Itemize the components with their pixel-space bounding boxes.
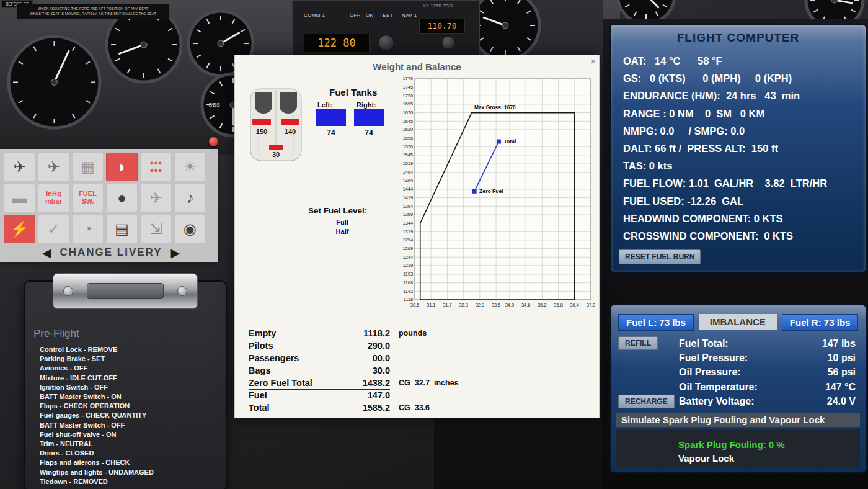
fuel-systems-panel: Fuel L: 73 lbs IMBALANCE Fuel R: 73 lbs … — [609, 304, 867, 473]
svg-text:1469: 1469 — [403, 178, 413, 184]
fuel-left-button[interactable]: Fuel L: 73 lbs — [618, 314, 694, 331]
airspeed-indicator-gauge — [6, 34, 102, 130]
wb-table-row: Empty1118.2pounds — [249, 327, 587, 339]
svg-text:1344: 1344 — [403, 220, 413, 226]
close-icon[interactable]: × — [590, 56, 596, 66]
svg-text:1168: 1168 — [403, 280, 413, 285]
svg-text:Zero Fuel: Zero Fuel — [479, 188, 503, 194]
svg-text:Max Gross: 1670: Max Gross: 1670 — [474, 104, 516, 110]
wb-table: Empty1118.2poundsPilots290.0Passengers00… — [249, 327, 587, 414]
livery-grid: ✈✈▦◗●●● ●●●☀▬InHg mbarFUEL SW.●✈♪⚡✓◔▤⇲◉ — [4, 153, 206, 243]
svg-text:30.5: 30.5 — [410, 302, 419, 308]
checklist-item: Parking Brake - SET — [40, 354, 222, 364]
cockpit-background: BEFORE ST WHEN ADJUSTING THE FORE AND AF… — [0, 0, 868, 489]
checklist-item: Flaps - CHECK OPERATION — [40, 402, 222, 411]
system-readout-row: Oil Pressure:56 psi — [679, 365, 856, 379]
spark-fouling-text[interactable]: Spark Plug Fouling: 0 % — [678, 439, 860, 450]
check-icon[interactable]: ✓ — [38, 215, 69, 243]
svg-text:1269: 1269 — [403, 246, 413, 251]
left-fuel-bar[interactable] — [316, 109, 346, 126]
svg-text:1720: 1720 — [403, 93, 413, 99]
red-panel-button[interactable] — [209, 137, 218, 146]
nav-comm-radio: COMM 1 OFF ON TEST NAV 1 KX 175B TSO 110… — [291, 0, 480, 57]
flight-computer-title: FLIGHT COMPUTER — [611, 31, 866, 45]
left-tank-bar — [252, 119, 271, 125]
fc-readout-line: CROSSWIND COMPONENT: 0 KTS — [623, 227, 866, 244]
system-readout-row: Battery Voltage:24.0 V — [679, 394, 856, 408]
fuel-drop-icon[interactable]: ● — [106, 184, 138, 212]
aircraft-top-icon[interactable]: ✈ — [4, 153, 35, 181]
speaker-icon[interactable]: ♪ — [174, 184, 206, 212]
set-fuel-half-link[interactable]: Half — [308, 227, 376, 236]
svg-text:32.9: 32.9 — [476, 302, 484, 308]
svg-text:34.0: 34.0 — [505, 302, 514, 308]
checklist-item: Flaps and ailerons - CHECK — [40, 458, 222, 467]
fuel-switch-toggle[interactable]: FUEL SW. — [72, 184, 104, 212]
checklist-item: Control Lock - REMOVE — [40, 345, 222, 354]
gauges-icon[interactable]: ◔ — [72, 215, 104, 243]
cowl-plug-icon[interactable]: ◗ — [106, 153, 138, 181]
system-readout-row: Oil Temperature:147 °C — [679, 380, 856, 394]
fc-readout-line: FUEL USED: -12.26 GAL — [623, 192, 866, 210]
radio-test-label: TEST — [379, 12, 393, 18]
panel-screen-icon[interactable]: ▦ — [72, 153, 104, 181]
refill-button[interactable]: REFILL — [618, 336, 658, 350]
placard-text-line2: WHILE THE SEAT IS MOVING, RAPIDLY, AS TH… — [19, 11, 167, 16]
manual-book-icon[interactable]: ▤ — [106, 215, 138, 243]
radio-volume-knob[interactable] — [441, 36, 455, 50]
svg-text:1670: 1670 — [403, 110, 413, 115]
svg-text:1143: 1143 — [403, 289, 413, 294]
checklist-title: Pre-Flight — [33, 328, 79, 340]
wb-table-row: Fuel147.0 — [249, 389, 587, 402]
livery-footer: ◀ CHANGE LIVERY ▶ — [4, 243, 218, 262]
svg-text:1745: 1745 — [403, 84, 413, 90]
obs-label: OBS — [208, 102, 220, 108]
radio-tuning-knob[interactable] — [378, 35, 394, 51]
recharge-button[interactable]: RECHARGE — [618, 395, 675, 408]
checklist-item: BATT Master Switch - OFF — [40, 421, 222, 430]
fc-readout-line: RANGE : 0 NM 0 SM 0 KM — [623, 105, 866, 122]
simulate-failures-bar[interactable]: Simulate Spark Plug Fouling and Vapour L… — [616, 413, 860, 427]
livery-next-arrow[interactable]: ▶ — [171, 246, 180, 260]
radio-model-label: KX 175B TSO — [423, 4, 453, 8]
svg-text:1545: 1545 — [403, 152, 413, 158]
fc-readout-line: OAT: 14 °C 58 °F — [623, 52, 866, 70]
wheel-disc-icon[interactable]: ◉ — [174, 215, 206, 243]
switch-bar-icon[interactable]: ▬ — [4, 184, 35, 212]
right-fuel-bar[interactable] — [354, 109, 384, 126]
fc-readout-line: HEADWIND COMPONENT: 0 KTS — [623, 210, 866, 227]
fc-readout-line: GS: 0 (KTS) 0 (MPH) 0 (KPH) — [623, 70, 866, 87]
aircraft-select-icon[interactable]: ✈ — [38, 153, 69, 181]
fc-readout-line: DALT: 66 ft / PRESS ALT: 150 ft — [623, 140, 866, 157]
tiedown-dots-icon[interactable]: ●●● ●●● — [140, 153, 172, 181]
seat-adjust-placard: WHEN ADJUSTING THE FORE AND AFT POSITION… — [16, 4, 170, 19]
svg-text:1645: 1645 — [403, 119, 413, 124]
dialog-title: Weight and Balance — [235, 61, 599, 72]
svg-text:32.3: 32.3 — [459, 302, 467, 308]
wb-table-row: Zero Fuel Total1438.2CG 32.7 inches — [249, 377, 587, 389]
tow-plane-icon[interactable]: ✈ — [140, 184, 172, 212]
nav1-label: NAV 1 — [402, 12, 417, 18]
fuel-right-button[interactable]: Fuel R: 73 lbs — [782, 314, 859, 331]
livery-prev-arrow[interactable]: ◀ — [42, 246, 51, 260]
checklist-item: Fuel gauges - CHECK QUANTITY — [40, 411, 222, 420]
aft-tank-bar — [269, 145, 283, 150]
vapour-lock-text[interactable]: Vapour Lock — [678, 453, 860, 464]
fuel-level-links: FullHalf — [308, 218, 376, 236]
left-tank-qty: 150 — [256, 128, 267, 135]
fc-lines: OAT: 14 °C 58 °FGS: 0 (KTS) 0 (MPH) 0 (K… — [623, 52, 866, 244]
set-fuel-full-link[interactable]: Full — [308, 218, 376, 227]
sun-shade-icon[interactable]: ☀ — [174, 153, 206, 181]
walkaround-icon[interactable]: ⇲ — [140, 215, 172, 243]
reset-fuel-burn-button[interactable]: RESET FUEL BURN — [619, 249, 701, 264]
svg-text:1444: 1444 — [403, 186, 413, 192]
svg-text:36.4: 36.4 — [570, 302, 579, 308]
checklist-item: Mixture - IDLE CUT-OFF — [40, 374, 222, 383]
livery-palette: ✈✈▦◗●●● ●●●☀▬InHg mbarFUEL SW.●✈♪⚡✓◔▤⇲◉ … — [0, 149, 218, 262]
svg-text:1695: 1695 — [403, 101, 413, 107]
battery-bolt-icon[interactable]: ⚡ — [4, 215, 35, 243]
wb-table-row: Pilots290.0 — [249, 339, 587, 352]
svg-text:1620: 1620 — [403, 127, 413, 132]
right-fuel-value: 74 — [354, 128, 384, 137]
inhg-mbar-toggle[interactable]: InHg mbar — [38, 184, 69, 212]
